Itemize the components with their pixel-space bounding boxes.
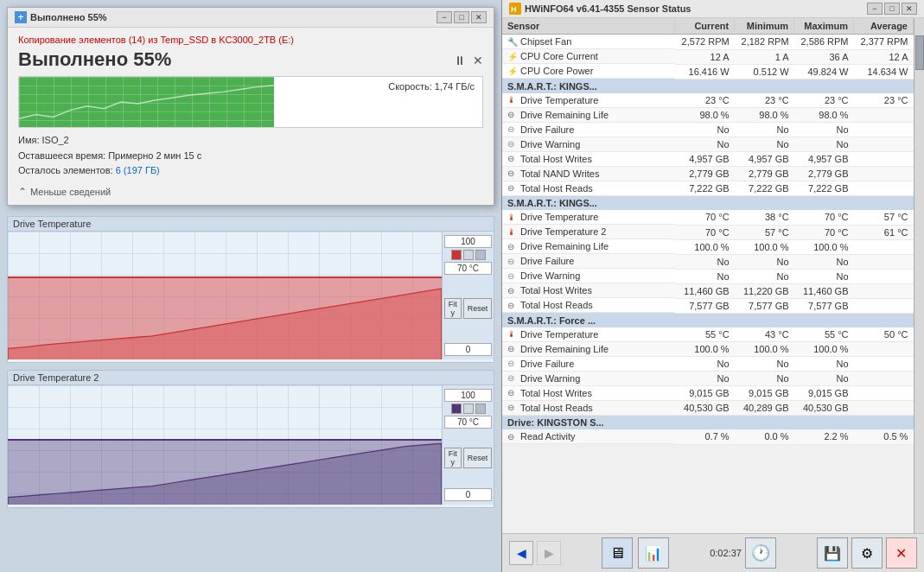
table-row: 🔧Chipset Fan2,572 RPM2,182 RPM2,586 RPM2… xyxy=(502,35,914,50)
chart-2-color-gray1 xyxy=(463,404,474,414)
sensor-maximum: 23 °C xyxy=(794,93,854,108)
sensor-maximum: 7,577 GB xyxy=(794,298,854,313)
table-row: ⊖Drive FailureNoNoNo xyxy=(502,254,914,269)
copy-dialog-icon xyxy=(15,11,27,23)
less-info-button[interactable]: ⌃ Меньше сведений xyxy=(18,186,483,198)
sensor-maximum: No xyxy=(794,123,854,137)
sensor-maximum: 100.0 % xyxy=(794,342,854,357)
clock-button[interactable]: 🕐 xyxy=(745,537,776,569)
chart-1-fit-button[interactable]: Fit y xyxy=(444,298,462,319)
write-icon: ⊖ xyxy=(507,286,518,296)
chart-button[interactable]: 📊 xyxy=(638,537,669,569)
copy-name: Имя: ISO_2 xyxy=(18,133,483,149)
sensor-name: Drive Failure xyxy=(520,359,574,369)
table-row: ⊖Read Activity0.7 %0.0 %2.2 %0.5 % xyxy=(502,429,914,444)
sensor-name-cell: ⊖Drive Warning xyxy=(502,372,675,386)
chart-2-reset-button[interactable]: Reset xyxy=(463,448,493,468)
sensor-minimum: 57 °C xyxy=(735,225,794,239)
sensor-average xyxy=(854,239,914,254)
pause-button[interactable]: ⏸ xyxy=(454,54,466,67)
dialog-maximize-button[interactable]: □ xyxy=(454,11,469,23)
cpu-icon: ⚡ xyxy=(507,67,518,76)
chart-2-current-value: 70 °C xyxy=(444,416,492,429)
sensor-average xyxy=(854,254,914,269)
col-average: Average xyxy=(854,18,914,35)
sensor-current: No xyxy=(675,269,735,283)
sensor-name: Drive Temperature xyxy=(520,329,598,340)
sensor-average xyxy=(854,269,914,283)
chart-1-reset-button[interactable]: Reset xyxy=(463,298,493,319)
dialog-minimize-button[interactable]: − xyxy=(437,11,452,23)
chart-2-header: Drive Temperature 2 xyxy=(8,371,494,385)
sensor-maximum: 55 °C xyxy=(794,327,854,342)
scrollbar-thumb[interactable] xyxy=(915,35,924,70)
hwinfo-close-button[interactable]: ✕ xyxy=(902,3,917,15)
scrollbar[interactable] xyxy=(914,18,924,533)
dialog-title: Выполнено 55% xyxy=(30,12,107,22)
sensor-maximum: 9,015 GB xyxy=(794,386,854,401)
sensor-name: Read Activity xyxy=(520,431,576,442)
svg-text:H: H xyxy=(511,5,517,14)
save-button[interactable]: 💾 xyxy=(817,537,848,569)
chart-1-color-gray1 xyxy=(463,250,474,260)
sensor-average xyxy=(854,342,914,357)
sensor-average xyxy=(854,298,914,313)
temperature-icon: 🌡 xyxy=(507,329,518,339)
sensor-current: 12 A xyxy=(675,49,735,64)
table-row: 🌡Drive Temperature23 °C23 °C23 °C23 °C xyxy=(502,93,914,108)
sensor-maximum: No xyxy=(794,254,854,269)
hwinfo-titlebar: H HWiNFO64 v6.41-4355 Sensor Status − □ … xyxy=(502,0,924,18)
sensor-minimum: 23 °C xyxy=(735,93,794,108)
table-row: ⊖Drive Remaining Life100.0 %100.0 %100.0… xyxy=(502,342,914,357)
chart-1-sidebar-top: 100 70 °C xyxy=(444,235,492,275)
sensor-average: 61 °C xyxy=(854,225,914,239)
sensor-minimum: 9,015 GB xyxy=(735,386,794,401)
write-icon: ⊖ xyxy=(507,403,518,412)
sensor-average: 57 °C xyxy=(854,210,914,225)
hwinfo-title-left: H HWiNFO64 v6.41-4355 Sensor Status xyxy=(509,3,691,15)
sensor-name: Drive Failure xyxy=(520,124,574,135)
sensor-average xyxy=(854,372,914,386)
toolbar-right: 💾 ⚙ ✕ xyxy=(817,537,917,569)
sensor-name: Drive Temperature xyxy=(520,212,598,222)
hwinfo-maximize-button[interactable]: □ xyxy=(884,3,900,15)
forward-button[interactable]: ▶ xyxy=(537,541,561,565)
sensor-current: 16.416 W xyxy=(675,64,735,79)
toolbar-middle: 🖥 📊 xyxy=(602,537,669,569)
sensor-name-cell: ⊖Total NAND Writes xyxy=(502,167,675,181)
sensor-current: No xyxy=(675,137,735,152)
chart-2-fit-button[interactable]: Fit y xyxy=(444,448,462,468)
settings-button[interactable]: ⚙ xyxy=(851,537,883,569)
sensor-minimum: No xyxy=(735,137,794,152)
hwinfo-minimize-button[interactable]: − xyxy=(867,3,883,15)
chart-1-color-red xyxy=(451,250,462,260)
sensor-average: 23 °C xyxy=(854,93,914,108)
write-icon: ⊖ xyxy=(507,154,518,163)
svg-rect-2 xyxy=(21,15,22,20)
back-button[interactable]: ◀ xyxy=(509,541,533,565)
hwinfo-title: HWiNFO64 v6.41-4355 Sensor Status xyxy=(525,3,691,14)
sensor-average xyxy=(854,108,914,123)
monitor-icon: 🖥 xyxy=(609,544,625,562)
close-button[interactable]: ✕ xyxy=(886,537,917,569)
sensor-current: 2,572 RPM xyxy=(675,35,735,50)
chart-2-min-value: 0 xyxy=(444,488,492,501)
sensor-name: Total NAND Writes xyxy=(520,168,599,179)
write-icon: ⊖ xyxy=(507,168,518,178)
sensor-name: Drive Warning xyxy=(520,270,580,281)
table-row: ⊖Total NAND Writes2,779 GB2,779 GB2,779 … xyxy=(502,167,914,181)
sensor-maximum: 2,586 RPM xyxy=(794,35,854,50)
sensor-maximum: 7,222 GB xyxy=(794,181,854,196)
chart-2-color-purple xyxy=(451,404,462,414)
sensor-minimum: 43 °C xyxy=(735,327,794,342)
warning-icon: ⊖ xyxy=(507,139,518,149)
sensor-maximum: 2.2 % xyxy=(794,429,854,444)
monitor-button[interactable]: 🖥 xyxy=(602,537,633,569)
col-minimum: Minimum xyxy=(735,18,794,35)
sensor-minimum: 7,577 GB xyxy=(735,298,794,313)
dialog-close-button[interactable]: ✕ xyxy=(471,11,487,23)
sensor-name-cell: ⊖Total Host Reads xyxy=(502,401,675,416)
chart-icon: 📊 xyxy=(645,545,662,562)
sensor-group-row: S.M.A.R.T.: KINGS... xyxy=(502,79,914,93)
stop-button[interactable]: ✕ xyxy=(473,54,483,67)
